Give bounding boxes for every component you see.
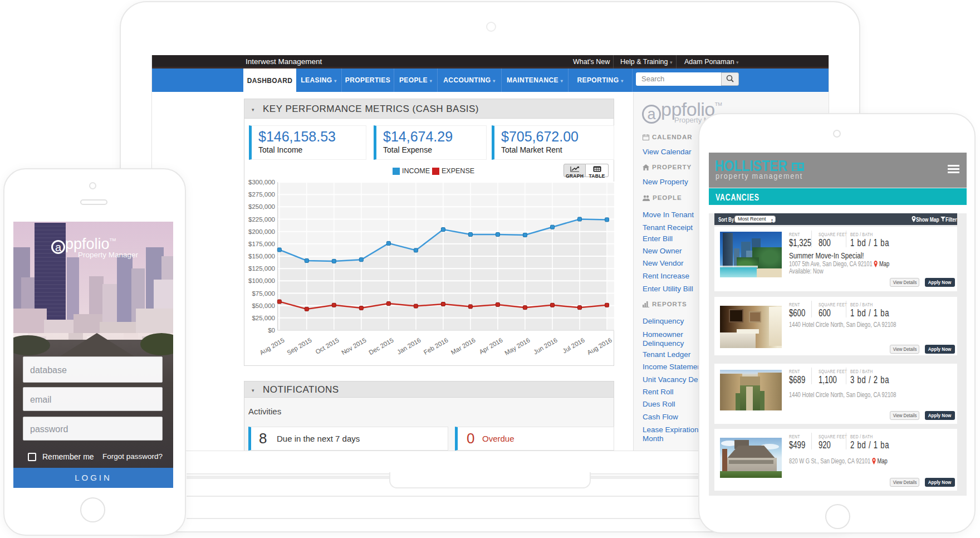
svg-text:Feb 2016: Feb 2016 xyxy=(423,336,449,356)
svg-text:Apr 2016: Apr 2016 xyxy=(478,336,503,355)
svg-text:$275,000: $275,000 xyxy=(248,191,275,198)
svg-text:$75,000: $75,000 xyxy=(252,290,275,297)
svg-text:Mar 2016: Mar 2016 xyxy=(450,336,477,356)
svg-text:Dec 2015: Dec 2015 xyxy=(367,336,395,356)
svg-text:$150,000: $150,000 xyxy=(248,253,275,260)
svg-text:May 2016: May 2016 xyxy=(503,336,531,356)
svg-text:Nov 2015: Nov 2015 xyxy=(340,336,367,356)
svg-text:Aug 2016: Aug 2016 xyxy=(586,336,613,356)
svg-text:$250,000: $250,000 xyxy=(248,203,275,210)
svg-text:$200,000: $200,000 xyxy=(248,228,275,235)
svg-text:$0: $0 xyxy=(268,327,275,334)
svg-text:Oct 2015: Oct 2015 xyxy=(314,336,340,355)
svg-text:Jun 2016: Jun 2016 xyxy=(532,336,558,355)
svg-text:$100,000: $100,000 xyxy=(248,277,275,284)
svg-text:Jul 2016: Jul 2016 xyxy=(561,336,586,354)
svg-text:$175,000: $175,000 xyxy=(248,241,275,247)
svg-text:Aug 2015: Aug 2015 xyxy=(258,336,286,356)
svg-text:Sep 2015: Sep 2015 xyxy=(286,336,313,356)
svg-text:$25,000: $25,000 xyxy=(252,315,275,321)
svg-text:$225,000: $225,000 xyxy=(248,216,275,223)
svg-text:$125,000: $125,000 xyxy=(248,265,275,272)
svg-text:Jan 2016: Jan 2016 xyxy=(396,336,422,355)
svg-text:$50,000: $50,000 xyxy=(252,302,275,309)
svg-text:$300,000: $300,000 xyxy=(248,179,275,185)
